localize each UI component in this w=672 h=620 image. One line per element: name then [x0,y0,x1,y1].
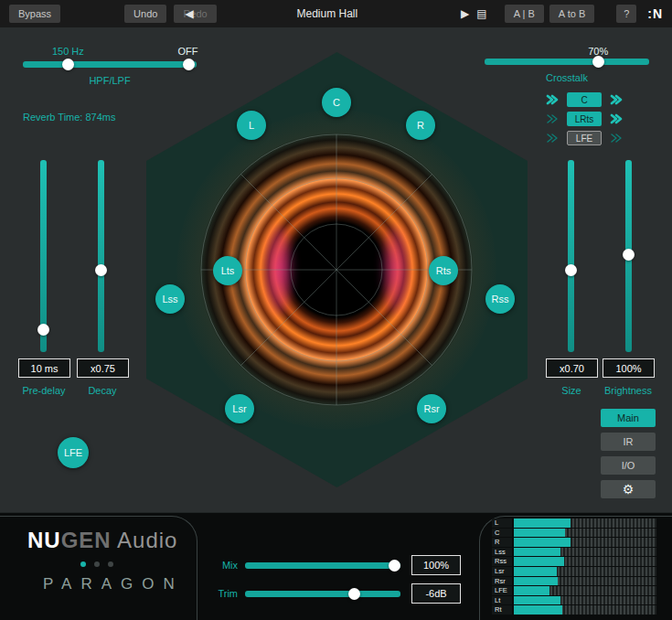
route-in-c-icon[interactable] [546,93,559,106]
reverb-time-readout: Reverb Time: 874ms [23,112,115,123]
meter-fill [514,529,565,538]
size-caption: Size [539,385,603,396]
main-area: C L R Lts Rts Lss Rss Lsr Rsr LFE 150 Hz… [0,27,672,512]
lpf-handle[interactable] [183,59,195,70]
decay-slider[interactable] [98,160,104,352]
view-tabs: Main IR I/O ⚙ [601,409,656,498]
titlebar-right-group: A | B A to B ? :N [505,5,663,23]
output-meters: L C R Lss Rss Lsr [492,518,656,615]
route-button-lrts[interactable]: LRts [567,112,602,126]
channel-node-lss[interactable]: Lss [155,284,185,314]
predelay-value[interactable]: 10 ms [18,358,70,378]
decay-value[interactable]: x0.75 [77,358,129,378]
route-button-lfe[interactable]: LFE [567,131,602,145]
route-out-lfe-icon[interactable] [610,132,623,144]
brightness-caption: Brightness [596,385,660,396]
channel-node-c[interactable]: C [322,88,351,117]
brand-gen: GEN [61,528,112,552]
hpf-lpf-slider[interactable] [23,61,197,68]
brand-nu: NU [27,528,61,552]
channel-node-l[interactable]: L [237,111,266,140]
route-button-c[interactable]: C [567,92,602,107]
meter-fill [514,557,564,566]
channel-node-rts[interactable]: Rts [429,256,458,285]
routing-row-lrts: LRts [546,112,623,126]
channel-node-rss[interactable]: Rss [485,284,515,314]
hpf-lpf-group: 150 Hz OFF HPF/LPF [23,46,197,86]
channel-node-lfe[interactable]: LFE [58,437,89,468]
meter-label: LFE [492,586,512,595]
predelay-caption: Pre-delay [12,385,76,396]
decay-handle[interactable] [95,264,107,276]
dot-1 [80,561,86,567]
help-button[interactable]: ? [616,5,636,23]
predelay-slider[interactable] [40,160,47,352]
undo-button[interactable]: Undo [124,5,166,23]
trim-handle[interactable] [348,588,360,600]
crosstalk-handle[interactable] [592,56,604,68]
mix-value[interactable]: 100% [411,555,461,575]
tab-main[interactable]: Main [601,409,656,427]
size-handle[interactable] [565,264,577,276]
hpf-handle[interactable] [62,59,74,70]
titlebar: Bypass Undo Redo ◀ Medium Hall ▶ ▤ A | B… [0,0,672,27]
meter-track [514,557,656,566]
preset-navigator: ◀ Medium Hall ▶ ▤ [186,7,487,20]
product-name: PARAGON [43,575,184,593]
size-slider[interactable] [568,160,574,352]
brightness-value[interactable]: 100% [603,358,655,378]
meter-track [514,518,656,528]
meter-label: Rsr [492,577,512,586]
meter-fill [514,586,549,595]
crosstalk-slider[interactable] [485,59,649,65]
meter-fill [514,548,560,557]
meter-track [514,596,656,605]
route-in-lrts-icon[interactable] [546,112,559,125]
previous-preset-icon[interactable]: ◀ [186,8,194,19]
settings-gear-icon[interactable]: ⚙ [601,480,656,498]
mix-label: Mix [212,560,238,571]
channel-node-rsr[interactable]: Rsr [417,394,446,423]
brightness-handle[interactable] [623,249,635,261]
lpf-value: OFF [178,46,198,57]
ab-compare-button[interactable]: A | B [505,5,544,23]
trim-slider[interactable] [245,591,400,597]
mix-row: Mix 100% [212,559,461,572]
channel-node-lts[interactable]: Lts [213,256,242,285]
hpf-value: 150 Hz [52,46,84,57]
crosstalk-caption: Crosstalk [485,72,649,83]
tab-ir[interactable]: IR [601,433,656,451]
preset-name[interactable]: Medium Hall [194,7,461,20]
meter-track [514,605,656,615]
meter-row: L [492,518,656,528]
mix-trim-group: Mix 100% Trim -6dB [212,559,461,600]
mix-slider[interactable] [245,562,400,569]
a-to-b-button[interactable]: A to B [549,5,594,23]
bypass-button[interactable]: Bypass [9,5,60,23]
meter-fill [514,577,558,586]
meter-label: Lsr [492,567,512,576]
route-in-lfe-icon[interactable] [546,132,559,144]
channel-node-lsr[interactable]: Lsr [225,394,254,423]
channel-node-r[interactable]: R [406,111,435,140]
predelay-handle[interactable] [37,324,49,336]
route-out-c-icon[interactable] [610,93,623,106]
meter-fill [514,538,571,547]
mix-handle[interactable] [389,560,400,572]
brightness-slider[interactable] [625,160,632,352]
meter-row: LFE [492,586,656,595]
size-value[interactable]: x0.70 [546,358,598,378]
meter-row: C [492,529,656,538]
tab-io[interactable]: I/O [601,456,656,475]
meter-label: Rt [492,605,512,615]
next-preset-icon[interactable]: ▶ [461,8,469,19]
brand-dots [80,561,113,567]
meter-label: Rss [492,557,512,566]
routing-matrix: C LRts LFE [546,92,623,145]
brand-audio: Audio [112,528,178,552]
trim-value[interactable]: -6dB [411,583,461,604]
preset-list-icon[interactable]: ▤ [476,8,486,19]
route-out-lrts-icon[interactable] [610,112,623,125]
footer: NUGEN Audio PARAGON Mix 100% Trim -6dB [0,512,672,620]
brand-name: NUGEN Audio [27,528,177,553]
